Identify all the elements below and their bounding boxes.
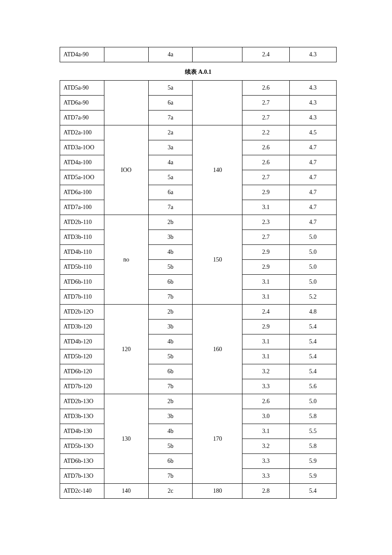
table-cell: 5b bbox=[148, 260, 193, 275]
table-cell: ATD6b-120 bbox=[60, 364, 104, 379]
table-cell: 6b bbox=[148, 454, 193, 469]
table-cell: 5.8 bbox=[289, 409, 336, 424]
table-cell: 7b bbox=[148, 290, 193, 305]
table-cell: ATD7b-13O bbox=[60, 469, 104, 484]
table-cell: 2.8 bbox=[242, 484, 289, 499]
table-cell: ATD6b-110 bbox=[60, 275, 104, 290]
table-cell: ATD6a-100 bbox=[60, 185, 104, 200]
table-cell: 3b bbox=[148, 409, 193, 424]
table-cell: ATD2a-100 bbox=[60, 125, 104, 140]
table-cell: ATD2b-13O bbox=[60, 394, 104, 409]
table-cell: 4b bbox=[148, 334, 193, 349]
table-row: ATD4a-904a2.44.3 bbox=[60, 47, 337, 62]
table-cell: ATD7a-90 bbox=[60, 110, 104, 125]
table-cell: 4.3 bbox=[289, 110, 336, 125]
table-cell: 4b bbox=[148, 424, 193, 439]
table-cell: 2a bbox=[148, 125, 193, 140]
table-cell: 3.3 bbox=[242, 379, 289, 394]
table-cell: IOO bbox=[104, 125, 148, 215]
table-cell: ATD3b-110 bbox=[60, 230, 104, 245]
table-cell: 120 bbox=[104, 305, 148, 394]
table-cell: 170 bbox=[193, 394, 242, 484]
table-cell: ATD7b-120 bbox=[60, 379, 104, 394]
table-cell: 5.2 bbox=[289, 290, 336, 305]
table-cell: 7a bbox=[148, 110, 193, 125]
table-cell: ATD6b-13O bbox=[60, 454, 104, 469]
table-cell: 3b bbox=[148, 230, 193, 245]
table-cell: ATD3b-13O bbox=[60, 409, 104, 424]
table-cell: ATD6a-90 bbox=[60, 96, 104, 110]
table-cell: 6b bbox=[148, 275, 193, 290]
table-row: ATD2b-13O1302b1702.65.0 bbox=[60, 394, 337, 409]
table-cell: 4.8 bbox=[289, 305, 336, 320]
table-cell: 2.6 bbox=[242, 81, 289, 96]
table-cell: 2.9 bbox=[242, 260, 289, 275]
table-continuation-caption: 续表 A.0.1 bbox=[60, 62, 337, 80]
table-cell: 2.7 bbox=[242, 230, 289, 245]
table-cell: ATD5b-110 bbox=[60, 260, 104, 275]
table-cell: 3.1 bbox=[242, 200, 289, 215]
table-cell: ATD4b-110 bbox=[60, 245, 104, 260]
table-cell: 160 bbox=[193, 305, 242, 394]
table-cell: 5.0 bbox=[289, 275, 336, 290]
table-cell: 5.9 bbox=[289, 454, 336, 469]
table-cell: ATD2c-140 bbox=[60, 484, 104, 499]
table-cell: 4.3 bbox=[289, 96, 336, 110]
table-cell: 4.7 bbox=[289, 200, 336, 215]
table-cell: no bbox=[104, 215, 148, 305]
table-cell: 2.7 bbox=[242, 96, 289, 110]
table-cell bbox=[104, 47, 148, 62]
table-cell: 2b bbox=[148, 305, 193, 320]
table-cell: 2c bbox=[148, 484, 193, 499]
table-cell: 5.0 bbox=[289, 230, 336, 245]
table-cell: 3.1 bbox=[242, 349, 289, 364]
table-cell: ATD5a-90 bbox=[60, 81, 104, 96]
table-cell: ATD3b-120 bbox=[60, 320, 104, 334]
table-cell: 5.0 bbox=[289, 394, 336, 409]
table-cell: 5.4 bbox=[289, 334, 336, 349]
table-cell: 3.2 bbox=[242, 364, 289, 379]
table-row: ATD2b-110no2b1502.34.7 bbox=[60, 215, 337, 230]
table-cell: 5.6 bbox=[289, 379, 336, 394]
table-cell: 5.9 bbox=[289, 469, 336, 484]
table-cell: 180 bbox=[193, 484, 242, 499]
table-row: ATD5a-905a2.64.3 bbox=[60, 81, 337, 96]
table-cell: 5.0 bbox=[289, 245, 336, 260]
table-cell: 3.1 bbox=[242, 290, 289, 305]
table-cell: 4.7 bbox=[289, 185, 336, 200]
table-cell: ATD5a-1OO bbox=[60, 170, 104, 185]
table-cell: ATD5b-120 bbox=[60, 349, 104, 364]
table-cell: 140 bbox=[104, 484, 148, 499]
table-cell: 4.3 bbox=[289, 81, 336, 96]
table-cell: ATD2b-12O bbox=[60, 305, 104, 320]
table-cell: 5b bbox=[148, 439, 193, 454]
table-cell: 4.5 bbox=[289, 125, 336, 140]
table-cell: 5.0 bbox=[289, 260, 336, 275]
table-cell: 2b bbox=[148, 215, 193, 230]
table-cell: 3.2 bbox=[242, 439, 289, 454]
table-cell: 5.4 bbox=[289, 320, 336, 334]
table-cell: 3.3 bbox=[242, 454, 289, 469]
table-cell bbox=[193, 47, 242, 62]
table-cell: 2.9 bbox=[242, 320, 289, 334]
table-cell: 2.9 bbox=[242, 185, 289, 200]
table-cell: 6b bbox=[148, 364, 193, 379]
table-cell: 4.7 bbox=[289, 140, 336, 155]
table-cell: 5.8 bbox=[289, 439, 336, 454]
table-cell: 4.7 bbox=[289, 170, 336, 185]
table-cell: 2.3 bbox=[242, 215, 289, 230]
table-cell: 3b bbox=[148, 320, 193, 334]
table-cell: ATD4b-130 bbox=[60, 424, 104, 439]
table-cell: 3.0 bbox=[242, 409, 289, 424]
table-cell: 3.1 bbox=[242, 334, 289, 349]
table-cell: 2.4 bbox=[242, 305, 289, 320]
table-cell: ATD4a-90 bbox=[60, 47, 104, 62]
table-cell: ATD5b-13O bbox=[60, 439, 104, 454]
table-cell: 2.9 bbox=[242, 245, 289, 260]
table-cell: 5a bbox=[148, 170, 193, 185]
table-fragment-top: ATD4a-904a2.44.3 bbox=[60, 47, 337, 62]
table-cell: 4.7 bbox=[289, 155, 336, 170]
table-cell: 6a bbox=[148, 96, 193, 110]
table-cell: 4b bbox=[148, 245, 193, 260]
table-cell: 2.6 bbox=[242, 155, 289, 170]
